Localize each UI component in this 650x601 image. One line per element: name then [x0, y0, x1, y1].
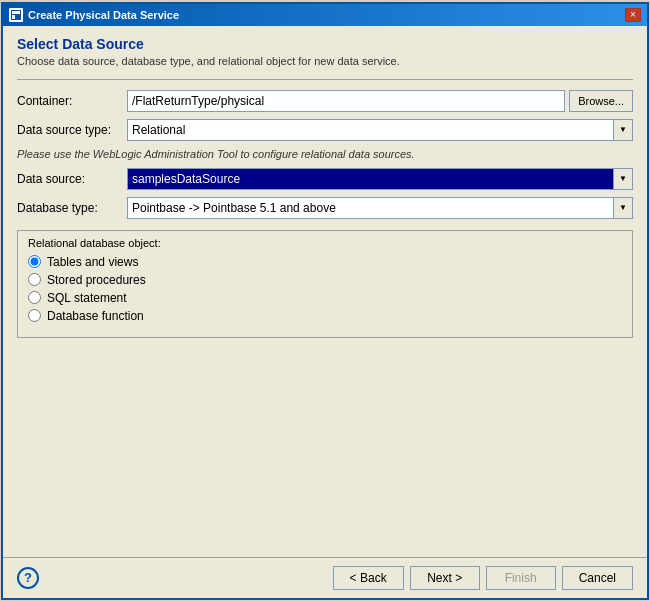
radio-database-function: Database function	[28, 309, 622, 323]
radio-tables-views: Tables and views	[28, 255, 622, 269]
container-label: Container:	[17, 94, 127, 108]
cancel-button[interactable]: Cancel	[562, 566, 633, 590]
radio-stored-procedures-input[interactable]	[28, 273, 41, 286]
page-title: Select Data Source	[17, 36, 633, 52]
title-bar-left: Create Physical Data Service	[9, 8, 179, 22]
content-area: Select Data Source Choose data source, d…	[3, 26, 647, 557]
database-type-row: Database type: Pointbase -> Pointbase 5.…	[17, 197, 633, 219]
datasource-type-select-wrapper: Relational ▼	[127, 119, 633, 141]
datasource-type-row: Data source type: Relational ▼	[17, 119, 633, 141]
browse-button[interactable]: Browse...	[569, 90, 633, 112]
bottom-bar: ? < Back Next > Finish Cancel	[3, 557, 647, 598]
radio-database-function-label: Database function	[47, 309, 144, 323]
radio-stored-procedures-label: Stored procedures	[47, 273, 146, 287]
relational-object-groupbox: Relational database object: Tables and v…	[17, 230, 633, 338]
radio-sql-statement-input[interactable]	[28, 291, 41, 304]
datasource-select-wrapper: samplesDataSource ▼	[127, 168, 633, 190]
datasource-type-select[interactable]: Relational	[127, 119, 633, 141]
separator	[17, 79, 633, 80]
database-type-label: Database type:	[17, 201, 127, 215]
radio-tables-views-input[interactable]	[28, 255, 41, 268]
radio-tables-views-label: Tables and views	[47, 255, 138, 269]
info-text: Please use the WebLogic Administration T…	[17, 148, 633, 160]
help-button[interactable]: ?	[17, 567, 39, 589]
next-button[interactable]: Next >	[410, 566, 480, 590]
datasource-type-label: Data source type:	[17, 123, 127, 137]
page-subtitle: Choose data source, database type, and r…	[17, 55, 633, 67]
window-icon	[9, 8, 23, 22]
title-bar: Create Physical Data Service ×	[3, 4, 647, 26]
radio-database-function-input[interactable]	[28, 309, 41, 322]
radio-stored-procedures: Stored procedures	[28, 273, 622, 287]
datasource-label: Data source:	[17, 172, 127, 186]
radio-sql-statement: SQL statement	[28, 291, 622, 305]
container-row: Container: Browse...	[17, 90, 633, 112]
finish-button[interactable]: Finish	[486, 566, 556, 590]
window-title: Create Physical Data Service	[28, 9, 179, 21]
groupbox-title: Relational database object:	[28, 237, 622, 249]
back-button[interactable]: < Back	[333, 566, 404, 590]
container-input[interactable]	[127, 90, 565, 112]
svg-rect-1	[12, 11, 20, 14]
database-type-select-wrapper: Pointbase -> Pointbase 5.1 and above ▼	[127, 197, 633, 219]
radio-sql-statement-label: SQL statement	[47, 291, 127, 305]
database-type-select[interactable]: Pointbase -> Pointbase 5.1 and above	[127, 197, 633, 219]
close-button[interactable]: ×	[625, 8, 641, 22]
svg-rect-2	[12, 15, 15, 19]
main-window: Create Physical Data Service × Select Da…	[1, 2, 649, 600]
datasource-select[interactable]: samplesDataSource	[127, 168, 633, 190]
nav-buttons: < Back Next > Finish Cancel	[333, 566, 633, 590]
datasource-row: Data source: samplesDataSource ▼	[17, 168, 633, 190]
